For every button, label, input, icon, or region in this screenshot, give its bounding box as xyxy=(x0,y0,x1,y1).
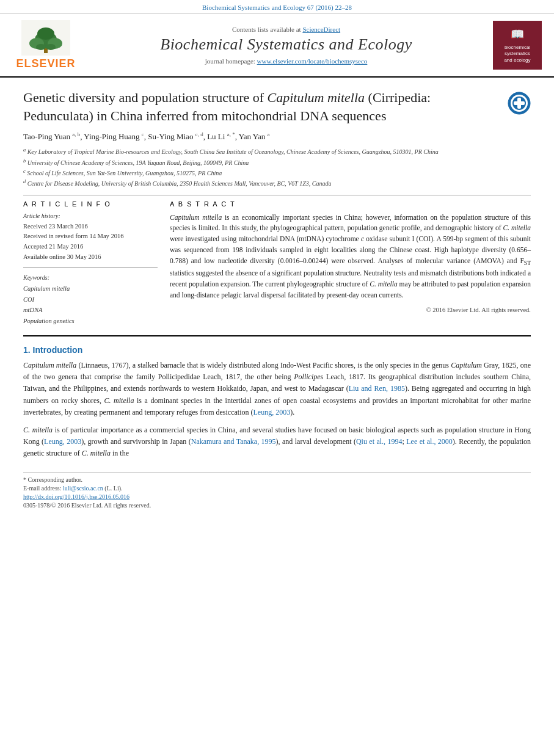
svg-rect-12 xyxy=(514,101,525,105)
leung-2003-link-2[interactable]: Leung, 2003 xyxy=(44,437,81,446)
received-date: Received 23 March 2016 xyxy=(23,222,158,232)
email-link[interactable]: luli@scsio.ac.cn xyxy=(63,485,103,492)
article-body: Genetic diversity and population structu… xyxy=(0,78,554,521)
revised-date: Received in revised form 14 May 2016 xyxy=(23,231,158,242)
intro-paragraph-2: C. mitella is of particular importance a… xyxy=(23,424,531,460)
elsevier-wordmark: ELSEVIER xyxy=(16,57,75,70)
introduction-section: 1. Introduction Capitulum mitella (Linna… xyxy=(23,345,531,460)
cover-title: biochemicalsystematicsand ecology xyxy=(504,45,530,64)
header-divider xyxy=(23,195,531,195)
accepted-date: Accepted 21 May 2016 xyxy=(23,242,158,252)
sciencedirect-line: Contents lists available at ScienceDirec… xyxy=(86,26,487,33)
article-info-heading: A R T I C L E I N F O xyxy=(23,200,158,208)
abstract-column: A B S T R A C T Capitulum mitella is an … xyxy=(170,200,531,327)
journal-title: Biochemical Systematics and Ecology xyxy=(86,35,487,54)
svg-point-6 xyxy=(36,44,46,50)
keywords-label: Keywords: xyxy=(23,274,158,281)
intro-heading: 1. Introduction xyxy=(23,345,531,355)
journal-header: ELSEVIER Contents lists available at Sci… xyxy=(0,14,554,78)
article-history: Article history: Received 23 March 2016 … xyxy=(23,213,158,263)
journal-homepage-link[interactable]: www.elsevier.com/locate/biochemsyseco xyxy=(257,57,368,65)
keyword-2: COI xyxy=(23,294,158,305)
available-date: Available online 30 May 2016 xyxy=(23,252,158,263)
keyword-3: mtDNA xyxy=(23,305,158,316)
doi-link[interactable]: http://dx.doi.org/10.1016/j.bse.2016.05.… xyxy=(23,493,531,500)
article-info-abstract: A R T I C L E I N F O Article history: R… xyxy=(23,200,531,327)
intro-paragraph-1: Capitulum mitella (Linnaeus, 1767), a st… xyxy=(23,360,531,418)
email-note: E-mail address: luli@scsio.ac.cn (L. Li)… xyxy=(23,485,531,492)
keyword-4: Population genetics xyxy=(23,316,158,327)
authors-line: Tao-Ping Yuan a, b, Ying-Ping Huang c, S… xyxy=(23,131,531,143)
section-divider xyxy=(23,335,531,336)
affiliation-d: d Centre for Disease Modeling, Universit… xyxy=(23,178,531,188)
journal-center: Contents lists available at ScienceDirec… xyxy=(86,26,487,65)
abstract-text: Capitulum mitella is an economically imp… xyxy=(170,213,531,301)
elsevier-tree-icon xyxy=(21,20,70,56)
qiu-et-al-link[interactable]: Qiu et al., 1994 xyxy=(356,437,403,446)
abstract-heading: A B S T R A C T xyxy=(170,200,531,208)
abstract-copyright: © 2016 Elsevier Ltd. All rights reserved… xyxy=(170,307,531,313)
history-label: Article history: xyxy=(23,213,158,219)
leung-2003-link-1[interactable]: Leung, 2003 xyxy=(253,408,291,416)
cover-icon: 📖 xyxy=(511,27,524,42)
affiliation-a: a Key Laboratory of Tropical Marine Bio-… xyxy=(23,147,531,156)
journal-cover-image: 📖 biochemicalsystematicsand ecology xyxy=(493,21,542,70)
journal-homepage-line: journal homepage: www.elsevier.com/locat… xyxy=(86,57,487,65)
lee-et-al-link[interactable]: Lee et al., 2000 xyxy=(406,437,453,446)
keyword-1: Capitulum mitella xyxy=(23,283,158,294)
article-title-section: Genetic diversity and population structu… xyxy=(23,89,531,125)
article-info-column: A R T I C L E I N F O Article history: R… xyxy=(23,200,158,327)
elsevier-logo: ELSEVIER xyxy=(12,20,79,70)
svg-point-7 xyxy=(46,44,56,50)
journal-reference: Biochemical Systematics and Ecology 67 (… xyxy=(0,0,554,14)
crossmark-logo xyxy=(508,92,531,115)
svg-point-5 xyxy=(37,27,54,40)
footer-copyright: 0305-1978/© 2016 Elsevier Ltd. All right… xyxy=(23,502,531,509)
nakamura-tanaka-link[interactable]: Nakamura and Tanaka, 1995 xyxy=(191,437,276,446)
liu-ren-1985-link[interactable]: Liu and Ren, 1985 xyxy=(349,384,405,393)
affiliation-c: c School of Life Sciences, Sun Yat-Sen U… xyxy=(23,168,531,178)
article-title: Genetic diversity and population structu… xyxy=(23,89,501,125)
sciencedirect-link[interactable]: ScienceDirect xyxy=(302,26,340,33)
keywords-section: Keywords: Capitulum mitella COI mtDNA Po… xyxy=(23,274,158,327)
affiliation-b: b University of Chinese Academy of Scien… xyxy=(23,158,531,167)
corresponding-note: * Corresponding author. xyxy=(23,476,531,483)
footer-section: * Corresponding author. E-mail address: … xyxy=(23,472,531,509)
info-divider xyxy=(23,267,158,268)
affiliations: a Key Laboratory of Tropical Marine Bio-… xyxy=(23,147,531,188)
